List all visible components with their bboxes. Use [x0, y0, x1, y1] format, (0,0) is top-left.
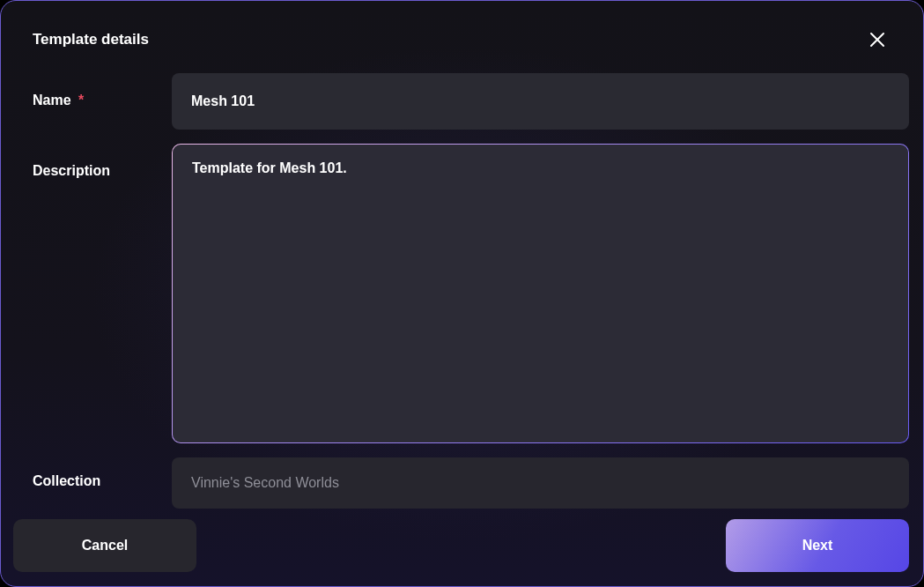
description-focus-border — [172, 144, 909, 443]
dialog-header: Template details — [1, 1, 923, 73]
collection-field-wrap — [172, 457, 909, 509]
description-row: Description — [33, 144, 909, 443]
collection-row: Collection — [33, 457, 909, 509]
name-label-text: Name — [33, 93, 71, 108]
name-input[interactable] — [172, 73, 909, 130]
collection-label: Collection — [33, 457, 172, 489]
dialog-body: Name * Description Collection — [1, 73, 923, 509]
template-details-dialog: Template details Name * Description — [0, 0, 924, 587]
close-icon — [869, 31, 886, 48]
name-row: Name * — [33, 73, 909, 130]
description-input[interactable] — [173, 145, 908, 442]
description-field-wrap — [172, 144, 909, 443]
name-label: Name * — [33, 73, 172, 108]
next-button[interactable]: Next — [726, 519, 909, 572]
description-label: Description — [33, 144, 172, 179]
cancel-button[interactable]: Cancel — [13, 519, 196, 572]
collection-input[interactable] — [172, 457, 909, 509]
dialog-title: Template details — [33, 31, 149, 48]
required-indicator: * — [78, 93, 84, 108]
name-field-wrap — [172, 73, 909, 130]
dialog-footer: Cancel Next — [1, 509, 923, 586]
close-button[interactable] — [863, 26, 891, 54]
